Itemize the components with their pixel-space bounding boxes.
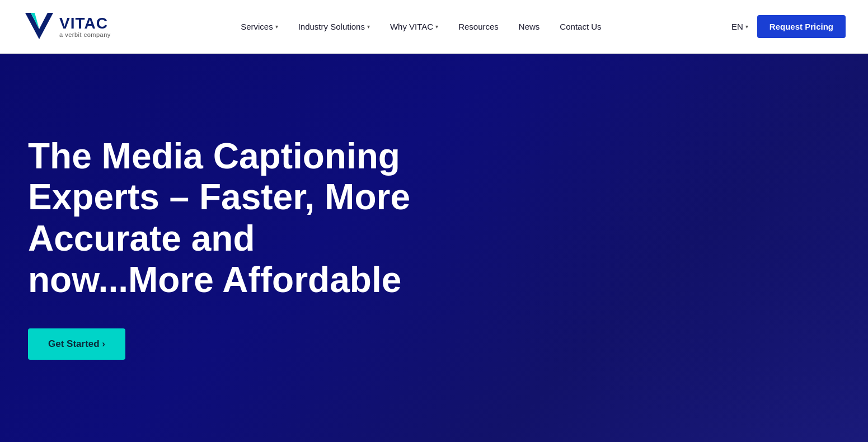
header-right: EN ▾ Request Pricing — [731, 15, 846, 38]
nav-why-vitac[interactable]: Why VITAC ▾ — [380, 0, 448, 54]
get-started-button[interactable]: Get Started › — [28, 328, 125, 360]
logo-brand: VITAC — [59, 16, 111, 31]
request-pricing-button[interactable]: Request Pricing — [757, 15, 846, 38]
language-label: EN — [731, 22, 743, 31]
nav-news[interactable]: News — [509, 0, 550, 54]
logo-link[interactable]: VITAC a verbit company — [22, 10, 111, 44]
main-nav: Services ▾ Industry Solutions ▾ Why VITA… — [111, 0, 731, 54]
site-header: VITAC a verbit company Services ▾ Indust… — [0, 0, 868, 54]
nav-services-label: Services — [241, 22, 273, 31]
nav-industry-solutions-label: Industry Solutions — [298, 22, 365, 31]
hero-title: The Media Captioning Experts – Faster, M… — [28, 136, 448, 300]
nav-contact-us[interactable]: Contact Us — [550, 0, 611, 54]
nav-services[interactable]: Services ▾ — [231, 0, 288, 54]
nav-resources[interactable]: Resources — [448, 0, 509, 54]
hero-section: The Media Captioning Experts – Faster, M… — [0, 54, 868, 442]
nav-resources-label: Resources — [458, 22, 499, 31]
logo-text-group: VITAC a verbit company — [59, 16, 111, 38]
svg-marker-0 — [25, 13, 53, 39]
chevron-down-icon: ▾ — [435, 23, 438, 30]
language-selector[interactable]: EN ▾ — [731, 22, 748, 31]
vitac-logo-icon — [22, 10, 56, 44]
language-chevron-icon: ▾ — [745, 23, 748, 30]
hero-content: The Media Captioning Experts – Faster, M… — [28, 136, 448, 360]
nav-news-label: News — [519, 22, 540, 31]
nav-industry-solutions[interactable]: Industry Solutions ▾ — [288, 0, 380, 54]
chevron-down-icon: ▾ — [275, 23, 278, 30]
nav-contact-us-label: Contact Us — [560, 22, 601, 31]
logo-subtitle: a verbit company — [59, 31, 111, 38]
chevron-down-icon: ▾ — [367, 23, 370, 30]
nav-why-vitac-label: Why VITAC — [390, 22, 433, 31]
